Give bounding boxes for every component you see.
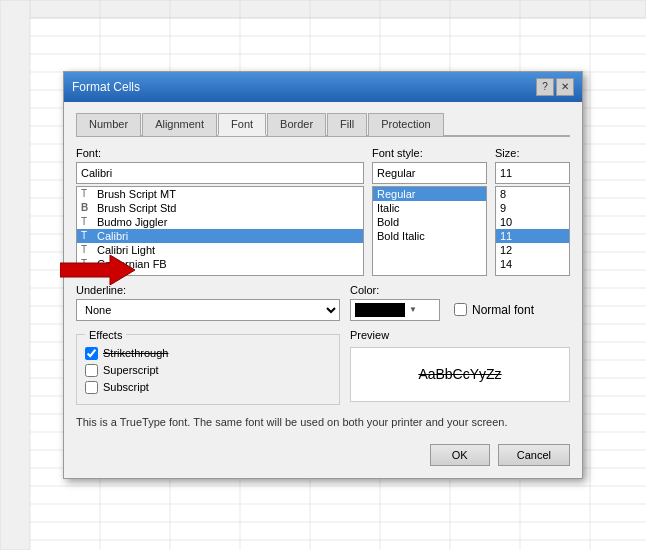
size-item-9[interactable]: 9 bbox=[496, 201, 569, 215]
strikethrough-row: Strikethrough bbox=[85, 347, 331, 360]
size-input[interactable] bbox=[495, 162, 570, 184]
font-type-icon: T bbox=[81, 230, 93, 241]
subscript-checkbox[interactable] bbox=[85, 381, 98, 394]
dialog-title: Format Cells bbox=[72, 80, 140, 94]
font-type-icon: T bbox=[81, 216, 93, 227]
style-item-regular[interactable]: Regular bbox=[373, 187, 486, 201]
font-item-calibri[interactable]: T Calibri bbox=[77, 229, 363, 243]
size-item-11[interactable]: 11 bbox=[496, 229, 569, 243]
titlebar-buttons: ? ✕ bbox=[536, 78, 574, 96]
svg-rect-1 bbox=[0, 0, 30, 550]
tab-font[interactable]: Font bbox=[218, 113, 266, 136]
font-label: Font: bbox=[76, 147, 364, 159]
color-dropdown-arrow[interactable]: ▼ bbox=[409, 305, 417, 314]
style-item-bold[interactable]: Bold bbox=[373, 215, 486, 229]
tab-protection[interactable]: Protection bbox=[368, 113, 444, 136]
font-item-budmojiggler[interactable]: T Budmo Jiggler bbox=[77, 215, 363, 229]
color-preview bbox=[355, 303, 405, 317]
style-list[interactable]: Regular Italic Bold Bold Italic bbox=[372, 186, 487, 276]
tab-bar: Number Alignment Font Border Fill Protec… bbox=[76, 112, 570, 137]
style-label: Font style: bbox=[372, 147, 487, 159]
size-item-10[interactable]: 10 bbox=[496, 215, 569, 229]
style-item-italic[interactable]: Italic bbox=[373, 201, 486, 215]
cancel-button[interactable]: Cancel bbox=[498, 444, 570, 466]
effects-group: Effects Strikethrough Superscript Subscr… bbox=[76, 329, 340, 405]
font-input[interactable] bbox=[76, 162, 364, 184]
size-item-8[interactable]: 8 bbox=[496, 187, 569, 201]
font-type-icon: T bbox=[81, 244, 93, 255]
tab-alignment[interactable]: Alignment bbox=[142, 113, 217, 136]
normal-font-checkbox[interactable] bbox=[454, 303, 467, 316]
red-arrow-indicator bbox=[60, 255, 135, 285]
svg-rect-0 bbox=[0, 0, 646, 18]
font-item-brushscriptmt[interactable]: T Brush Script MT bbox=[77, 187, 363, 201]
font-item-brushscriptstd[interactable]: B Brush Script Std bbox=[77, 201, 363, 215]
format-cells-dialog: Format Cells ? ✕ Number Alignment Font B… bbox=[63, 71, 583, 479]
superscript-label: Superscript bbox=[103, 364, 159, 376]
font-type-icon: T bbox=[81, 188, 93, 199]
subscript-label: Subscript bbox=[103, 381, 149, 393]
size-item-14[interactable]: 14 bbox=[496, 257, 569, 271]
close-button[interactable]: ✕ bbox=[556, 78, 574, 96]
underline-select[interactable]: None Single Double bbox=[76, 299, 340, 321]
size-item-12[interactable]: 12 bbox=[496, 243, 569, 257]
tab-border[interactable]: Border bbox=[267, 113, 326, 136]
superscript-checkbox[interactable] bbox=[85, 364, 98, 377]
dialog-titlebar: Format Cells ? ✕ bbox=[64, 72, 582, 102]
info-text: This is a TrueType font. The same font w… bbox=[76, 415, 570, 430]
font-type-icon: B bbox=[81, 202, 93, 213]
normal-font-row: Normal font bbox=[454, 303, 534, 317]
strikethrough-checkbox[interactable] bbox=[85, 347, 98, 360]
ok-button[interactable]: OK bbox=[430, 444, 490, 466]
superscript-row: Superscript bbox=[85, 364, 331, 377]
preview-label: Preview bbox=[350, 329, 570, 341]
preview-box: AaBbCcYyZz bbox=[350, 347, 570, 402]
preview-text: AaBbCcYyZz bbox=[418, 366, 501, 382]
svg-marker-40 bbox=[60, 255, 135, 285]
normal-font-label: Normal font bbox=[472, 303, 534, 317]
color-label: Color: bbox=[350, 284, 534, 296]
tab-number[interactable]: Number bbox=[76, 113, 141, 136]
strikethrough-label: Strikethrough bbox=[103, 347, 168, 359]
style-item-bolditalic[interactable]: Bold Italic bbox=[373, 229, 486, 243]
color-selector[interactable]: ▼ bbox=[350, 299, 440, 321]
subscript-row: Subscript bbox=[85, 381, 331, 394]
style-input[interactable] bbox=[372, 162, 487, 184]
dialog-buttons: OK Cancel bbox=[76, 444, 570, 466]
effects-legend: Effects bbox=[85, 329, 126, 341]
size-list[interactable]: 8 9 10 11 12 14 bbox=[495, 186, 570, 276]
help-button[interactable]: ? bbox=[536, 78, 554, 96]
size-label: Size: bbox=[495, 147, 570, 159]
tab-fill[interactable]: Fill bbox=[327, 113, 367, 136]
